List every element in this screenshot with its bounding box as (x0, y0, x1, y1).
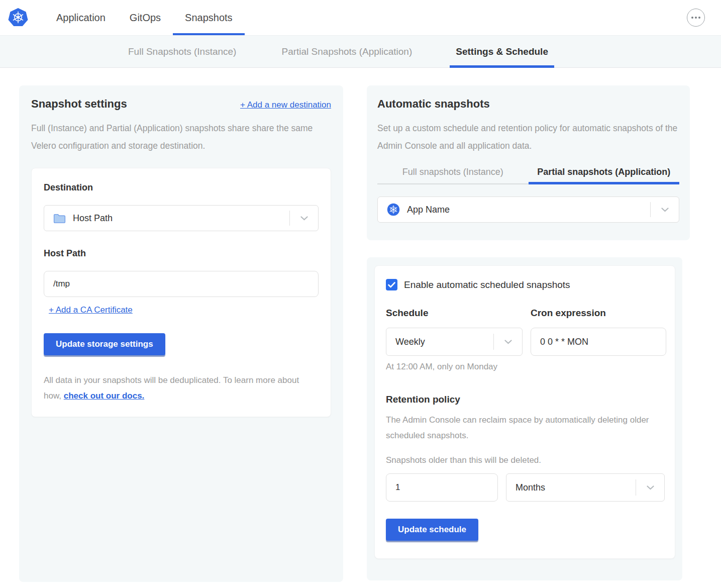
chevron-down-icon[interactable] (651, 208, 679, 212)
storage-settings-panel: Destination Host Path Host Path + Add a … (31, 168, 331, 417)
retention-value-input[interactable] (386, 473, 498, 502)
automatic-snapshots-description: Set up a custom schedule and retention p… (377, 120, 679, 155)
schedule-selected-value: Weekly (395, 337, 425, 347)
automatic-snapshots-card: Automatic snapshots Set up a custom sche… (367, 85, 690, 240)
host-path-label: Host Path (44, 248, 319, 259)
add-ca-certificate-link[interactable]: + Add a CA Certificate (49, 305, 133, 315)
schedule-panel: Enable automatic scheduled snapshots Sch… (374, 265, 675, 559)
more-options-button[interactable] (687, 9, 705, 27)
update-schedule-button[interactable]: Update schedule (386, 519, 478, 541)
docs-link[interactable]: check out our docs. (64, 391, 145, 401)
destination-label: Destination (44, 182, 319, 193)
cron-hint: At 12:00 AM, only on Monday (386, 362, 664, 372)
ellipsis-icon (691, 17, 693, 19)
retention-hint: Snapshots older than this will be delete… (386, 455, 664, 465)
automatic-snapshots-title: Automatic snapshots (377, 97, 679, 111)
enable-snapshots-checkbox[interactable] (386, 279, 397, 290)
main-content: Snapshot settings + Add a new destinatio… (0, 68, 721, 588)
subnav-tab-settings-schedule[interactable]: Settings & Schedule (450, 36, 554, 67)
host-path-input[interactable] (44, 271, 319, 297)
retention-unit-select[interactable]: Months (506, 473, 665, 502)
cron-expression-label: Cron expression (531, 308, 666, 319)
snapshot-settings-description: Full (Instance) and Partial (Application… (31, 120, 331, 155)
snapshot-settings-card: Snapshot settings + Add a new destinatio… (19, 85, 343, 582)
nav-tab-gitops[interactable]: GitOps (118, 0, 173, 35)
snapshots-subnav: Full Snapshots (Instance) Partial Snapsh… (0, 35, 721, 68)
tab-full-snapshots-instance[interactable]: Full snapshots (Instance) (377, 160, 529, 184)
cron-expression-input[interactable] (531, 328, 666, 356)
chevron-down-icon[interactable] (290, 216, 318, 221)
add-destination-link[interactable]: + Add a new destination (240, 100, 331, 110)
update-storage-settings-button[interactable]: Update storage settings (44, 333, 165, 355)
snapshot-type-tabs: Full snapshots (Instance) Partial snapsh… (377, 160, 679, 184)
schedule-label: Schedule (386, 308, 523, 319)
schedule-card-wrapper: Enable automatic scheduled snapshots Sch… (367, 257, 682, 580)
tab-partial-snapshots-application[interactable]: Partial snapshots (Application) (529, 160, 680, 184)
nav-tabs: Application GitOps Snapshots (44, 0, 245, 35)
chevron-down-icon[interactable] (494, 340, 522, 344)
subnav-tab-full-snapshots[interactable]: Full Snapshots (Instance) (128, 36, 236, 67)
top-nav: Application GitOps Snapshots (0, 0, 721, 35)
kubernetes-logo-icon (8, 8, 28, 28)
retention-description: The Admin Console can reclaim space by a… (386, 412, 652, 443)
snapshot-settings-title: Snapshot settings (31, 97, 127, 111)
destination-select[interactable]: Host Path (44, 205, 319, 231)
schedule-interval-select[interactable]: Weekly (386, 328, 523, 356)
destination-selected-value: Host Path (73, 213, 113, 224)
enable-snapshots-row[interactable]: Enable automatic scheduled snapshots (386, 279, 664, 290)
folder-icon (53, 213, 66, 224)
retention-policy-title: Retention policy (386, 394, 664, 405)
app-select[interactable]: App Name (377, 197, 679, 223)
dedup-note: All data in your snapshots will be dedup… (44, 372, 319, 404)
app-kubernetes-icon (387, 203, 400, 216)
enable-snapshots-label: Enable automatic scheduled snapshots (404, 279, 570, 290)
retention-unit-value: Months (516, 482, 545, 493)
chevron-down-icon[interactable] (636, 485, 664, 490)
subnav-tab-partial-snapshots[interactable]: Partial Snapshots (Application) (281, 36, 412, 67)
nav-tab-snapshots[interactable]: Snapshots (173, 0, 245, 35)
nav-tab-application[interactable]: Application (44, 0, 118, 35)
app-selected-value: App Name (407, 205, 450, 215)
